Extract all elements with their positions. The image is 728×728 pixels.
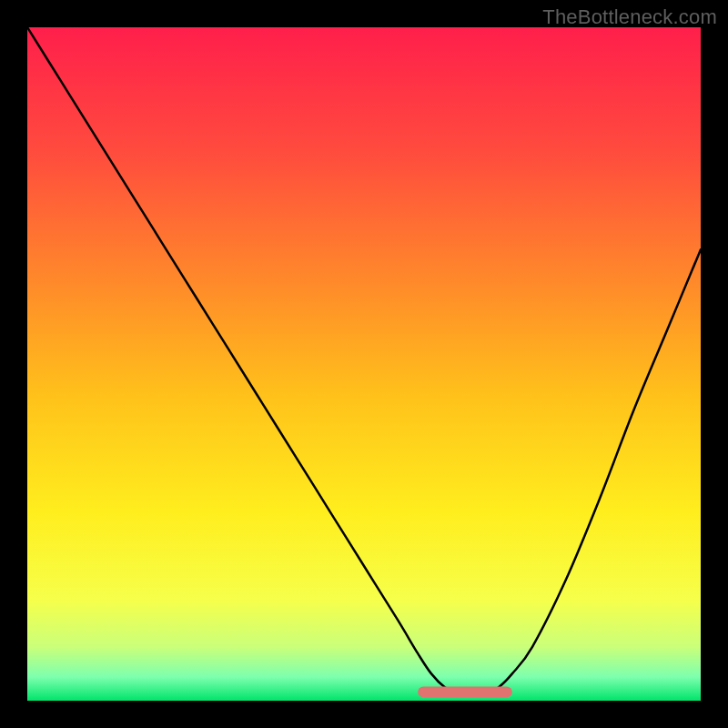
watermark-text: TheBottleneck.com bbox=[542, 5, 717, 29]
chart-frame: TheBottleneck.com bbox=[0, 0, 728, 728]
optimal-band-marker bbox=[418, 686, 512, 697]
bottleneck-chart bbox=[27, 27, 701, 701]
gradient-background bbox=[27, 27, 701, 701]
plot-area bbox=[27, 27, 701, 701]
